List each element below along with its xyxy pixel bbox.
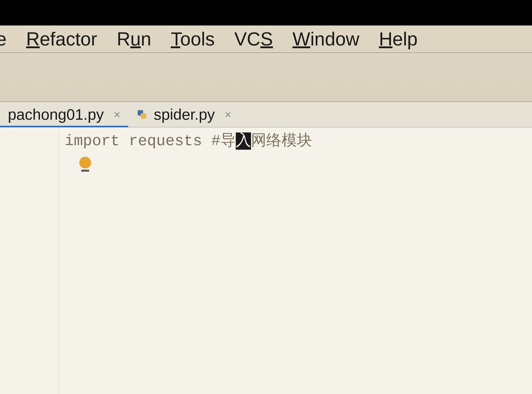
tab-label: spider.py: [154, 106, 215, 124]
menu-run[interactable]: Run: [117, 28, 151, 50]
intention-bulb-icon[interactable]: [78, 157, 92, 174]
menu-help[interactable]: Help: [379, 28, 417, 50]
menubar: e Refactor Run Tools VCS Window Help: [0, 26, 532, 53]
menu-tools[interactable]: Tools: [171, 28, 215, 50]
toolbar-area: [0, 53, 532, 102]
close-tab-icon[interactable]: ×: [221, 108, 231, 121]
code-editor[interactable]: import requests #导入网络模块: [0, 127, 532, 394]
text-cursor: 入: [236, 132, 251, 150]
close-tab-icon[interactable]: ×: [110, 108, 120, 121]
tab-spider[interactable]: spider.py ×: [128, 102, 239, 127]
python-file-icon: [136, 109, 148, 120]
code-comment: #导入网络模块: [211, 132, 312, 150]
module-name: requests: [129, 132, 202, 150]
tab-pachong01[interactable]: pachong01.py ×: [0, 102, 128, 127]
menu-item-partial[interactable]: e: [0, 28, 6, 50]
editor-tabs: pachong01.py × spider.py ×: [0, 102, 532, 127]
tab-label: pachong01.py: [8, 106, 104, 124]
code-content[interactable]: import requests #导入网络模块: [59, 127, 532, 394]
menu-refactor[interactable]: Refactor: [26, 28, 97, 50]
menu-window[interactable]: Window: [292, 28, 359, 50]
editor-gutter[interactable]: [0, 127, 59, 394]
menu-vcs[interactable]: VCS: [234, 28, 273, 50]
keyword-import: import: [65, 132, 120, 150]
ide-window: e Refactor Run Tools VCS Window Help pac…: [0, 26, 532, 394]
code-line-1[interactable]: import requests #导入网络模块: [65, 131, 526, 151]
